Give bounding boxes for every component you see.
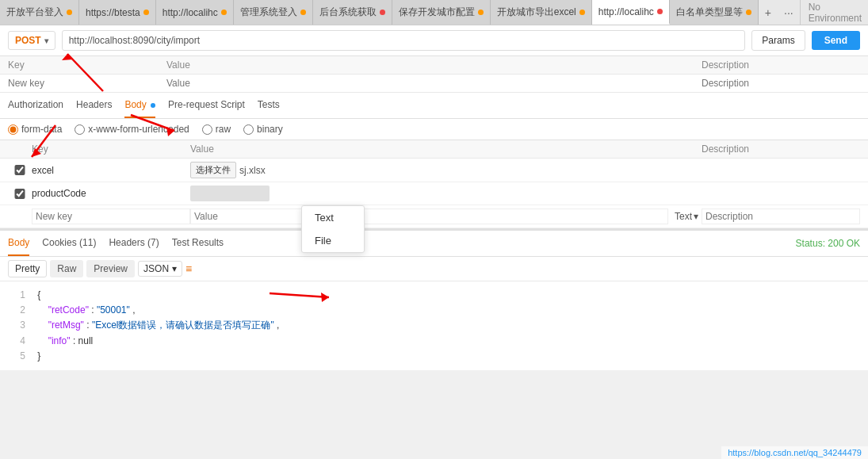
tab-9[interactable]: 白名单类型显等: [670, 0, 759, 25]
urlencoded-option[interactable]: x-www-form-urlencoded: [75, 124, 189, 135]
tab-1-label: 开放平台登入: [6, 6, 63, 19]
urlencoded-radio[interactable]: [75, 124, 85, 135]
environment-badge[interactable]: No Environment: [800, 0, 868, 25]
tab-5-dot: [380, 10, 385, 15]
json-line-5: 5 }: [13, 349, 855, 364]
tab-prerequest[interactable]: Pre-request Script: [168, 93, 245, 118]
prerequest-label: Pre-request Script: [168, 99, 245, 110]
fd-new-key-input[interactable]: [32, 208, 190, 224]
binary-option[interactable]: binary: [243, 124, 283, 135]
type-text-option[interactable]: Text: [302, 206, 364, 229]
pretty-button[interactable]: Pretty: [8, 260, 47, 277]
tab-4[interactable]: 管理系统登入: [234, 0, 313, 25]
binary-label: binary: [257, 124, 283, 135]
kv-header-row: Key Value Description: [0, 56, 868, 75]
tab-2-dot: [143, 10, 149, 15]
tab-8[interactable]: http://localihc: [592, 0, 670, 25]
form-data-option[interactable]: form-data: [8, 124, 62, 135]
response-toolbar: Pretty Raw Preview JSON ▾ ≡: [0, 257, 868, 281]
choose-file-button[interactable]: 选择文件: [190, 162, 236, 178]
tab-tests[interactable]: Tests: [258, 93, 280, 118]
tab-9-label: 白名单类型显等: [676, 6, 743, 19]
tab-1[interactable]: 开放平台登入: [0, 0, 79, 25]
tab-5[interactable]: 后台系统获取: [313, 0, 392, 25]
raw-button[interactable]: Raw: [50, 260, 83, 277]
method-arrow-icon: ▾: [44, 36, 48, 45]
url-input[interactable]: [62, 30, 746, 51]
form-data-row-excel: excel 选择文件 sj.xlsx: [0, 159, 868, 182]
response-tab-test-results[interactable]: Test Results: [172, 231, 224, 256]
raw-option[interactable]: raw: [202, 124, 231, 135]
fd-value-header: Value: [190, 143, 702, 155]
format-label: JSON: [143, 263, 169, 274]
productcode-value-placeholder: [190, 186, 270, 201]
raw-radio[interactable]: [202, 124, 212, 135]
add-tab-button[interactable]: +: [759, 0, 778, 25]
url-bar: POST ▾ Params Send: [0, 25, 868, 56]
tab-3[interactable]: http://localihc: [156, 0, 234, 25]
format-selector[interactable]: JSON ▾: [138, 261, 182, 277]
response-headers-label: Headers (7): [109, 237, 159, 248]
fd-key-header: Key: [32, 143, 190, 155]
new-value-input[interactable]: [166, 78, 702, 89]
form-data-header: Key Value Description: [0, 140, 868, 159]
fd-new-description-input[interactable]: [702, 208, 860, 224]
excel-file-value: 选择文件 sj.xlsx: [190, 162, 702, 178]
form-data-radio[interactable]: [8, 124, 18, 135]
tab-4-label: 管理系统登入: [240, 6, 297, 19]
authorization-label: Authorization: [8, 99, 63, 110]
type-dropdown-button[interactable]: Text ▾: [671, 210, 702, 223]
response-tab-headers[interactable]: Headers (7): [109, 231, 159, 256]
section-tabs: Authorization Headers Body Pre-request S…: [0, 93, 868, 119]
fd-new-value-input[interactable]: [190, 208, 668, 224]
kv-key-header: Key: [8, 59, 166, 71]
binary-radio[interactable]: [243, 124, 254, 135]
productcode-value: [190, 186, 702, 201]
json-response: 1 { 2 "retCode" : "50001" , 3 "retMsg" :…: [0, 281, 868, 370]
tab-headers[interactable]: Headers: [76, 93, 112, 118]
tab-8-label: http://localihc: [598, 6, 654, 17]
form-data-table: Key Value Description excel 选择文件 sj.xlsx…: [0, 140, 868, 229]
form-data-row-productcode: productCode: [0, 182, 868, 205]
tab-4-dot: [300, 10, 306, 15]
tab-7-label: 开放城市导出excel: [497, 6, 576, 19]
send-button[interactable]: Send: [812, 31, 860, 50]
tab-7[interactable]: 开放城市导出excel: [491, 0, 592, 25]
method-label: POST: [15, 35, 41, 46]
type-file-option[interactable]: File: [302, 229, 364, 252]
response-cookies-label: Cookies (11): [42, 237, 96, 248]
json-line-2: 2 "retCode" : "50001" ,: [13, 303, 855, 318]
tab-8-dot: [657, 9, 663, 14]
tab-9-dot: [746, 10, 751, 15]
tab-2[interactable]: https://btesta: [79, 0, 156, 25]
more-tabs-button[interactable]: ···: [778, 0, 800, 25]
tab-body[interactable]: Body: [124, 93, 155, 118]
tab-5-label: 后台系统获取: [319, 6, 377, 19]
body-label: Body: [124, 99, 146, 110]
tab-7-dot: [579, 10, 585, 15]
type-arrow-icon: ▾: [694, 211, 698, 222]
productcode-checkbox[interactable]: [8, 189, 32, 199]
wrap-icon[interactable]: ≡: [185, 262, 192, 275]
new-description-input[interactable]: [702, 78, 860, 89]
fd-description-header: Description: [702, 143, 860, 155]
params-button[interactable]: Params: [751, 30, 805, 51]
excel-checkbox[interactable]: [8, 165, 32, 175]
response-tabs-bar: Body Cookies (11) Headers (7) Test Resul…: [0, 229, 868, 257]
tab-authorization[interactable]: Authorization: [8, 93, 63, 118]
kv-value-header: Value: [166, 59, 702, 71]
env-label: No Environment: [809, 2, 862, 24]
new-key-input[interactable]: [8, 78, 166, 89]
tab-6[interactable]: 保存开发城市配置: [392, 0, 491, 25]
tab-1-dot: [67, 10, 72, 15]
tab-3-dot: [221, 10, 227, 15]
preview-button[interactable]: Preview: [86, 260, 135, 277]
tab-3-label: http://localihc: [163, 7, 218, 18]
method-selector[interactable]: POST ▾: [8, 31, 55, 50]
json-line-1: 1 {: [13, 288, 855, 303]
form-data-label: form-data: [21, 124, 62, 135]
response-tab-cookies[interactable]: Cookies (11): [42, 231, 96, 256]
format-arrow-icon: ▾: [172, 263, 177, 274]
response-tab-body[interactable]: Body: [8, 231, 29, 256]
tab-2-label: https://btesta: [86, 7, 140, 18]
